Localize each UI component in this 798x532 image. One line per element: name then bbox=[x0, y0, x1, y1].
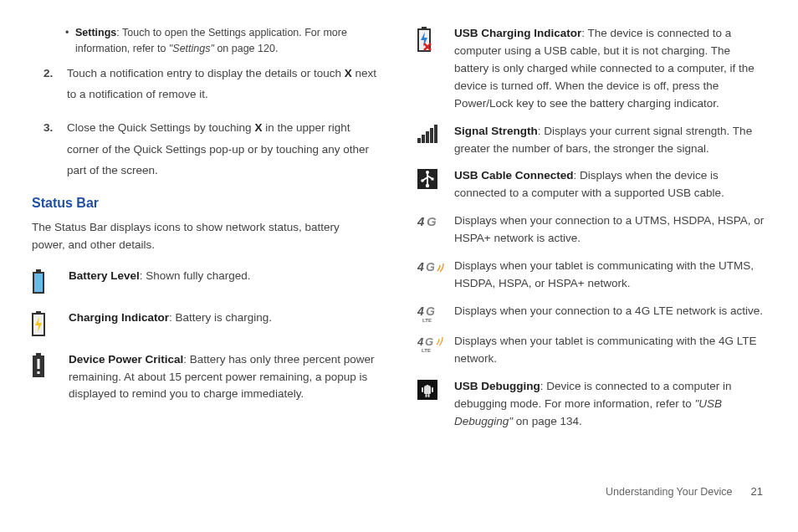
svg-point-23 bbox=[426, 184, 429, 187]
svg-rect-0 bbox=[36, 269, 41, 272]
svg-text:4: 4 bbox=[417, 335, 424, 348]
4g-signal-icon: 4G bbox=[417, 258, 454, 293]
svg-text:LTE: LTE bbox=[422, 318, 432, 323]
svg-text:4: 4 bbox=[417, 304, 424, 318]
item-text: Displays when your tablet is communicati… bbox=[454, 333, 766, 368]
item-label: USB Charging Indicator bbox=[454, 27, 581, 39]
svg-point-39 bbox=[428, 385, 429, 386]
svg-rect-40 bbox=[422, 387, 423, 392]
status-item-4g-comm: 4G Displays when your tablet is communic… bbox=[417, 258, 766, 293]
svg-rect-19 bbox=[434, 125, 437, 143]
item-label: Battery Level bbox=[69, 269, 140, 282]
4g-icon: 4G bbox=[417, 212, 454, 248]
svg-point-24 bbox=[421, 180, 424, 183]
status-item-usb-debug: USB Debugging: Device is connected to a … bbox=[417, 378, 766, 431]
page-content: • Settings: Touch to open the Settings a… bbox=[0, 0, 798, 477]
svg-rect-41 bbox=[432, 387, 433, 392]
status-item-battery-level: Battery Level: Shown fully charged. bbox=[32, 268, 381, 294]
svg-text:LTE: LTE bbox=[422, 348, 431, 353]
item-text: Displays when your connection to a UTMS,… bbox=[454, 212, 766, 248]
status-item-4g-active: 4G Displays when your connection to a UT… bbox=[417, 212, 766, 248]
ref-link: "Settings" bbox=[169, 43, 214, 54]
bullet-item: • Settings: Touch to open the Settings a… bbox=[32, 25, 381, 58]
step-3: 3. Close the Quick Settings by touching … bbox=[32, 117, 381, 182]
step-2: 2. Touch a notification entry to display… bbox=[32, 63, 381, 105]
item-text: : Battery is charging. bbox=[169, 311, 272, 324]
battery-charging-icon bbox=[32, 309, 69, 336]
status-item-4glte-comm: 4GLTE Displays when your tablet is commu… bbox=[417, 333, 766, 368]
step-number: 2. bbox=[43, 63, 67, 105]
right-column: USB Charging Indicator: The device is co… bbox=[417, 25, 766, 477]
4g-lte-signal-icon: 4GLTE bbox=[417, 333, 454, 368]
bullet-marker: • bbox=[65, 25, 74, 58]
svg-text:G: G bbox=[425, 335, 433, 348]
svg-rect-16 bbox=[422, 135, 425, 143]
svg-text:G: G bbox=[426, 304, 435, 318]
section-intro: The Status Bar displays icons to show ne… bbox=[32, 219, 371, 254]
item-label: USB Debugging bbox=[454, 380, 540, 392]
4g-lte-icon: 4GLTE bbox=[417, 303, 454, 323]
svg-text:4: 4 bbox=[417, 214, 425, 228]
item-text: : Shown fully charged. bbox=[140, 269, 251, 282]
page-footer: Understanding Your Device 21 bbox=[0, 477, 798, 500]
usb-icon bbox=[417, 167, 454, 202]
section-heading: Status Bar bbox=[32, 193, 381, 214]
svg-rect-37 bbox=[424, 386, 431, 394]
svg-rect-17 bbox=[426, 131, 429, 143]
bullet-text: Settings: Touch to open the Settings app… bbox=[75, 25, 381, 58]
footer-section: Understanding Your Device bbox=[606, 484, 733, 500]
svg-point-38 bbox=[425, 385, 426, 386]
left-column: • Settings: Touch to open the Settings a… bbox=[32, 25, 381, 477]
status-item-signal: Signal Strength: Displays your current s… bbox=[417, 123, 766, 158]
item-text: Displays when your connection to a 4G LT… bbox=[454, 303, 766, 323]
footer-page-number: 21 bbox=[751, 483, 763, 500]
status-item-4glte-active: 4GLTE Displays when your connection to a… bbox=[417, 303, 766, 323]
svg-text:G: G bbox=[427, 214, 437, 228]
item-label: Charging Indicator bbox=[69, 311, 169, 324]
svg-rect-9 bbox=[38, 371, 40, 374]
android-debug-icon bbox=[417, 378, 454, 431]
status-item-critical: Device Power Critical: Battery has only … bbox=[32, 351, 381, 404]
item-label: Signal Strength bbox=[454, 125, 538, 137]
signal-bars-icon bbox=[417, 123, 454, 158]
svg-rect-8 bbox=[38, 359, 40, 369]
usb-charging-fail-icon bbox=[417, 25, 454, 113]
step-number: 3. bbox=[43, 117, 67, 182]
svg-rect-43 bbox=[428, 394, 430, 397]
status-item-usb-charging: USB Charging Indicator: The device is co… bbox=[417, 25, 766, 113]
svg-rect-2 bbox=[34, 274, 43, 292]
item-text: Displays when your tablet is communicati… bbox=[454, 258, 766, 293]
svg-text:G: G bbox=[426, 260, 435, 274]
item-label: Device Power Critical bbox=[69, 353, 183, 366]
svg-rect-18 bbox=[430, 128, 433, 143]
item-label: USB Cable Connected bbox=[454, 169, 574, 182]
status-item-charging: Charging Indicator: Battery is charging. bbox=[32, 309, 381, 336]
svg-rect-6 bbox=[36, 353, 41, 356]
battery-critical-icon bbox=[32, 351, 69, 404]
bullet-label: Settings bbox=[75, 27, 116, 38]
svg-text:4: 4 bbox=[417, 260, 424, 274]
step-text: Close the Quick Settings by touching X i… bbox=[67, 117, 381, 182]
svg-rect-15 bbox=[417, 138, 421, 143]
svg-rect-42 bbox=[426, 394, 427, 397]
status-item-usb-connected: USB Cable Connected: Displays when the d… bbox=[417, 167, 766, 202]
step-text: Touch a notification entry to display th… bbox=[67, 63, 381, 105]
svg-rect-25 bbox=[432, 178, 434, 181]
battery-full-icon bbox=[32, 268, 69, 294]
